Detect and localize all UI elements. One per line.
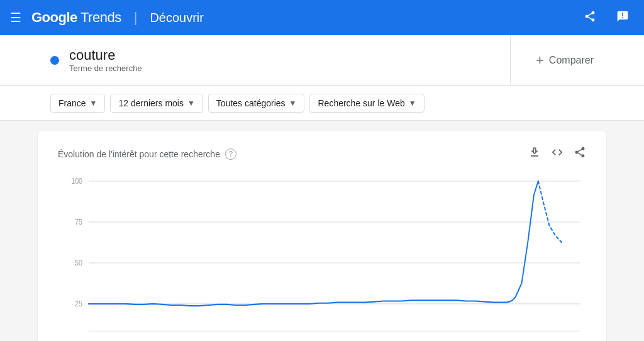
menu-icon[interactable]: ☰ [10,10,21,25]
type-arrow-icon: ▼ [409,99,416,108]
header-divider: | [134,9,138,26]
type-filter[interactable]: Recherche sur le Web ▼ [309,94,424,113]
share-icon[interactable] [579,5,601,31]
svg-text:100: 100 [71,177,82,186]
period-label: 12 derniers mois [118,98,184,108]
category-filter[interactable]: Toutes catégories ▼ [208,94,305,113]
filters-section: France ▼ 12 derniers mois ▼ Toutes catég… [0,86,644,121]
country-arrow-icon: ▼ [90,99,97,108]
category-arrow-icon: ▼ [289,99,297,108]
x-axis-labels: 14 avr. 2019 11 août 2019 8 déc. 2019 5 … [58,338,586,341]
search-section: couture Terme de recherche + Comparer [0,35,644,86]
compare-label: Comparer [549,55,594,66]
chart-title-group: Évolution de l'intérêt pour cette recher… [58,148,236,160]
app-header: ☰ Google Trends | Découvrir [0,0,644,35]
type-label: Recherche sur le Web [318,98,404,108]
country-label: France [58,98,86,108]
chart-container: 100 75 50 25 [58,174,586,338]
search-term-text: couture Terme de recherche [69,47,142,73]
period-filter[interactable]: 12 derniers mois ▼ [110,94,203,113]
embed-icon[interactable] [551,146,564,162]
search-term-main: couture [69,47,142,64]
trend-chart: 100 75 50 25 [58,174,586,338]
chart-section: Évolution de l'intérêt pour cette recher… [38,131,606,341]
svg-text:50: 50 [75,259,82,267]
search-term-dot [50,56,59,65]
svg-text:75: 75 [75,218,82,226]
svg-text:25: 25 [75,300,82,308]
search-term-sub: Terme de recherche [69,64,142,73]
page-title: Découvrir [150,11,204,25]
country-filter[interactable]: France ▼ [50,94,105,113]
share-chart-icon[interactable] [574,146,586,162]
feedback-icon[interactable] [611,5,634,31]
category-label: Toutes catégories [216,98,286,108]
chart-title: Évolution de l'intérêt pour cette recher… [58,149,220,159]
app-logo: Google Trends [31,9,121,26]
compare-plus-icon: + [536,52,544,69]
chart-header: Évolution de l'intérêt pour cette recher… [58,146,586,162]
chart-help-icon[interactable]: ? [225,148,236,160]
chart-actions [528,146,586,162]
period-arrow-icon: ▼ [187,99,195,108]
download-icon[interactable] [528,146,541,162]
search-term-block: couture Terme de recherche [50,35,511,85]
compare-button[interactable]: + Comparer [511,35,594,85]
